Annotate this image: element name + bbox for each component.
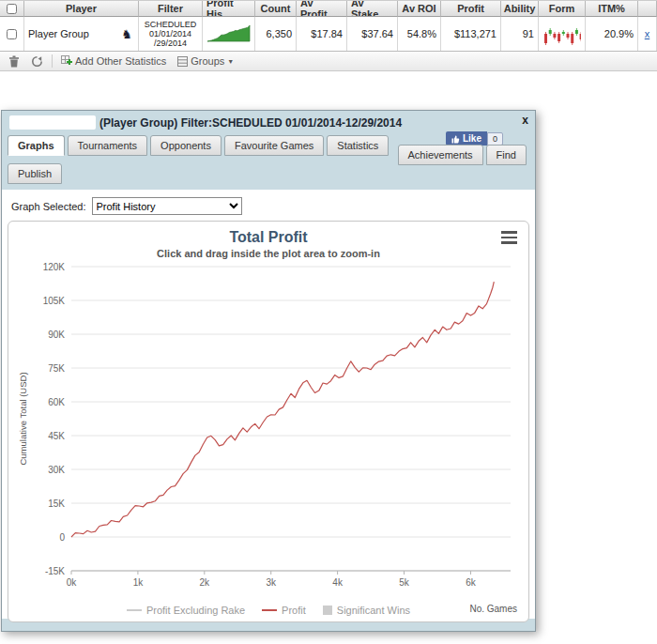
count-value: 6,350 [255,17,297,51]
itm-value: 20.9% [586,17,638,51]
graph-selected-label: Graph Selected: [11,201,86,212]
col-form: Form [539,1,586,17]
results-table: Player Filter Profit His Count Av Profit… [0,0,657,52]
col-ability: Ability [501,1,539,17]
form-sparkline [542,23,581,45]
facebook-like-widget: Like 0 [446,131,503,146]
groups-button[interactable]: Groups ▼ [175,54,237,68]
row-checkbox[interactable] [7,29,17,39]
tab-favourite-games[interactable]: Favourite Games [224,135,324,156]
select-all-checkbox[interactable] [7,4,17,14]
col-profit-his: Profit His [203,1,255,17]
svg-text:90K: 90K [48,330,65,340]
ability-value: 91 [501,17,539,51]
thumbs-up-icon [451,134,460,144]
svg-text:120K: 120K [43,262,66,272]
legend-box-swatch [323,606,332,615]
svg-text:Cumulative Total (USD): Cumulative Total (USD) [18,372,28,465]
dialog-title: (Player Group) Filter:SCHEDULED 01/01/20… [99,116,402,130]
svg-text:0: 0 [59,532,65,543]
filter-value: SCHEDULED 01/01/2014 /29/2014 [139,17,203,51]
profit-chart[interactable]: -15K015K30K45K60K75K90K105K120K0k1k2k3k4… [15,261,522,599]
add-other-statistics-button[interactable]: Add Other Statistics [58,54,169,68]
chart-legend: Profit Excluding Rake Profit Significant… [8,603,528,618]
svg-text:-15K: -15K [45,566,65,576]
player-dialog: (Player Group) Filter:SCHEDULED 01/01/20… [1,110,536,632]
svg-text:6k: 6k [466,577,477,588]
facebook-like-button[interactable]: Like [446,131,487,146]
svg-text:3k: 3k [266,577,277,588]
tab-statistics[interactable]: Statistics [327,135,389,156]
col-itm: ITM% [586,1,638,17]
svg-text:75K: 75K [48,363,65,374]
tab-tournaments[interactable]: Tournaments [68,135,148,156]
toolbar-separator [52,54,53,68]
xaxis-title: No. Games [469,604,517,614]
legend-line-swatch [127,609,142,611]
legend-profit[interactable]: Profit [262,605,306,616]
table-header-row: Player Filter Profit His Count Av Profit… [0,0,657,17]
redacted-player-name [9,115,96,130]
tab-graphs[interactable]: Graphs [8,135,65,156]
chart-title: Total Profit [8,229,528,246]
col-av-roi: Av ROI [398,1,441,17]
groups-caret-icon: ▼ [227,58,234,65]
page: Player Filter Profit His Count Av Profit… [0,0,657,644]
col-player: Player [24,1,139,17]
col-profit: Profit [441,1,501,17]
legend-line-swatch [262,609,277,611]
dialog-close-button[interactable]: x [522,114,528,127]
table-toolbar: Add Other Statistics Groups ▼ [0,52,657,71]
trash-icon [8,55,20,68]
svg-text:60K: 60K [48,397,65,407]
chart-menu-icon[interactable] [501,231,517,247]
svg-text:1k: 1k [133,577,145,588]
dialog-content: Graph Selected: Profit History Total Pro… [2,190,535,619]
av-roi-value: 54.8% [398,17,441,51]
svg-text:0k: 0k [67,577,78,588]
av-stake-value: $37.64 [347,17,398,51]
delete-button[interactable] [6,54,23,69]
svg-text:105K: 105K [43,296,66,306]
svg-text:45K: 45K [48,431,65,441]
groups-icon [177,56,188,67]
col-count: Count [255,1,297,17]
col-av-stake: Av Stake [347,1,398,17]
player-name: Player Group [28,28,89,39]
dialog-header: (Player Group) Filter:SCHEDULED 01/01/20… [2,111,535,131]
graph-type-select[interactable]: Profit History [92,197,242,215]
tab-publish[interactable]: Publish [8,163,62,184]
add-statistics-icon [61,55,72,67]
svg-text:30K: 30K [48,465,65,475]
legend-significant-wins[interactable]: Significant Wins [323,605,410,616]
refresh-icon [31,55,43,68]
col-close [638,1,657,17]
legend-profit-excluding-rake[interactable]: Profit Excluding Rake [127,605,245,616]
table-row: Player Group ♞ SCHEDULED 01/01/2014 /29/… [0,17,657,51]
svg-text:2k: 2k [200,577,211,588]
facebook-like-count: 0 [487,132,503,146]
chart-panel: Total Profit Click and drag inside the p… [8,221,529,622]
svg-text:5k: 5k [399,577,410,588]
tab-opponents[interactable]: Opponents [150,135,222,156]
tab-find[interactable]: Find [486,145,527,165]
chart-subtitle: Click and drag inside the plot area to z… [8,248,528,259]
svg-text:4k: 4k [332,577,344,588]
svg-text:15K: 15K [48,498,65,509]
av-profit-value: $17.84 [297,17,347,51]
tab-achievements[interactable]: Achievements [398,145,483,165]
col-filter: Filter [139,1,203,17]
player-group-icon: ♞ [121,27,132,41]
remove-row-link[interactable]: x [645,28,650,39]
profit-history-sparkline [206,23,251,44]
refresh-button[interactable] [28,54,46,69]
profit-value: $113,271 [441,17,501,51]
col-av-profit: Av Profit [297,1,347,17]
